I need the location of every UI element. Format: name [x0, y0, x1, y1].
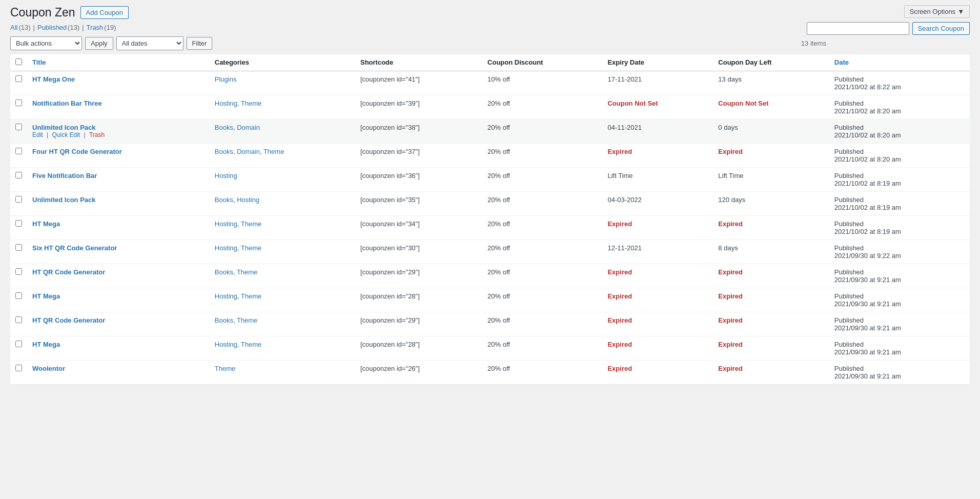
not-set-badge: Coupon Not Set	[607, 99, 658, 107]
category-link[interactable]: Hosting	[237, 196, 259, 204]
row-checkbox[interactable]	[15, 196, 22, 203]
date-sort-link[interactable]: Date	[834, 58, 849, 66]
search-coupon-input[interactable]	[807, 22, 909, 35]
category-link[interactable]: Plugins	[215, 75, 237, 83]
row-checkbox[interactable]	[15, 268, 22, 275]
row-checkbox[interactable]	[15, 244, 22, 251]
coupon-title-link[interactable]: Woolentor	[32, 365, 65, 372]
date-cell: Published2021/10/02 at 8:20 am	[829, 143, 970, 167]
date-status: Published	[834, 172, 864, 179]
expired-days-badge: Expired	[718, 365, 743, 372]
category-link[interactable]: Hosting	[215, 341, 237, 348]
coupon-title-link[interactable]: HT Mega	[32, 292, 60, 300]
discount-cell: 20% off	[482, 215, 602, 239]
category-link[interactable]: Theme	[237, 316, 257, 324]
discount-cell: 10% off	[482, 71, 602, 95]
expired-days-badge: Expired	[718, 148, 743, 155]
category-link[interactable]: Books	[215, 268, 233, 276]
date-value: 2021/10/02 at 8:20 am	[834, 155, 901, 163]
add-coupon-button[interactable]: Add Coupon	[80, 6, 129, 19]
row-checkbox[interactable]	[15, 172, 22, 178]
discount-cell: 20% off	[482, 336, 602, 360]
published-filter-link[interactable]: Published	[37, 24, 67, 31]
col-date[interactable]: Date	[829, 54, 970, 71]
all-filter-link[interactable]: All	[10, 24, 17, 31]
row-checkbox[interactable]	[15, 220, 22, 227]
category-link[interactable]: Theme	[241, 244, 261, 252]
table-row: Four HT QR Code GeneratorBooks, Domain, …	[10, 143, 970, 167]
date-status: Published	[834, 124, 864, 131]
filter-button[interactable]: Filter	[187, 37, 213, 50]
table-row: WoolentorTheme[couponzen id="26"]20% off…	[10, 360, 970, 384]
row-checkbox[interactable]	[15, 292, 22, 299]
edit-link[interactable]: Edit	[32, 131, 43, 138]
sep2: |	[82, 24, 84, 31]
title-sort-link[interactable]: Title	[32, 58, 46, 66]
trash-link[interactable]: Trash	[89, 131, 105, 138]
col-title[interactable]: Title	[27, 54, 210, 71]
day-left-cell: Expired	[713, 215, 829, 239]
bulk-actions-select[interactable]: Bulk actionsDeleteEdit	[10, 36, 82, 50]
category-link[interactable]: Theme	[241, 341, 261, 348]
row-checkbox[interactable]	[15, 365, 22, 371]
date-filter-select[interactable]: All datesOctober 2021September 2021	[116, 36, 183, 50]
discount-cell: 20% off	[482, 239, 602, 264]
coupon-title-link[interactable]: HT Mega	[32, 220, 60, 228]
screen-options-button[interactable]: Screen Options ▼	[904, 5, 970, 18]
coupon-title-link[interactable]: Four HT QR Code Generator	[32, 148, 122, 155]
category-link[interactable]: Books	[215, 196, 233, 204]
not-set-days-badge: Coupon Not Set	[718, 99, 768, 107]
category-link[interactable]: Hosting	[215, 99, 237, 107]
day-left-cell: Expired	[713, 336, 829, 360]
category-link[interactable]: Hosting	[215, 292, 237, 300]
date-value: 2021/10/02 at 8:19 am	[834, 228, 901, 235]
expiry-date-cell: Lift Time	[602, 167, 713, 191]
search-coupon-button[interactable]: Search Coupon	[912, 22, 970, 35]
row-checkbox[interactable]	[15, 99, 22, 106]
category-link[interactable]: Hosting	[215, 172, 237, 179]
category-link[interactable]: Domain	[237, 124, 260, 131]
category-link[interactable]: Hosting	[215, 220, 237, 228]
apply-button[interactable]: Apply	[85, 37, 113, 50]
coupon-title-link[interactable]: HT QR Code Generator	[32, 316, 105, 324]
category-link[interactable]: Hosting	[215, 244, 237, 252]
col-expiry-date: Expiry Date	[602, 54, 713, 71]
category-link[interactable]: Theme	[263, 148, 284, 155]
expiry-date-cell: Expired	[602, 312, 713, 336]
category-link[interactable]: Theme	[237, 268, 257, 276]
expired-days-badge: Expired	[718, 268, 743, 276]
discount-cell: 20% off	[482, 191, 602, 215]
coupon-title-link[interactable]: Unlimited Icon Pack	[32, 124, 96, 131]
category-link[interactable]: Theme	[241, 99, 261, 107]
coupon-title-link[interactable]: Five Notification Bar	[32, 172, 97, 179]
category-link[interactable]: Books	[215, 124, 233, 131]
row-checkbox[interactable]	[15, 124, 22, 130]
category-link[interactable]: Domain	[237, 148, 260, 155]
coupon-table-body: HT Mega OnePlugins[couponzen id="41"]10%…	[10, 71, 970, 384]
date-value: 2021/09/30 at 9:21 am	[834, 276, 901, 284]
row-checkbox[interactable]	[15, 316, 22, 323]
select-all-checkbox[interactable]	[15, 58, 22, 65]
expiry-date-cell: 04-03-2022	[602, 191, 713, 215]
row-checkbox[interactable]	[15, 148, 22, 154]
category-link[interactable]: Theme	[241, 292, 261, 300]
coupon-title-link[interactable]: Notification Bar Three	[32, 99, 102, 107]
row-checkbox[interactable]	[15, 341, 22, 347]
published-count: (13)	[68, 24, 79, 31]
expired-badge: Expired	[607, 341, 632, 348]
coupon-title-link[interactable]: Six HT QR Code Generator	[32, 244, 117, 252]
coupon-title-link[interactable]: HT Mega One	[32, 75, 75, 83]
coupon-title-link[interactable]: HT QR Code Generator	[32, 268, 105, 276]
category-link[interactable]: Theme	[215, 365, 235, 372]
category-link[interactable]: Books	[215, 148, 233, 155]
category-link[interactable]: Theme	[241, 220, 261, 228]
coupon-title-link[interactable]: Unlimited Icon Pack	[32, 196, 96, 204]
quick-edit-link[interactable]: Quick Edit	[52, 131, 80, 138]
col-shortcode: Shortcode	[355, 54, 482, 71]
trash-filter-link[interactable]: Trash	[87, 24, 104, 31]
discount-cell: 20% off	[482, 264, 602, 288]
row-checkbox[interactable]	[15, 75, 22, 82]
coupon-title-link[interactable]: HT Mega	[32, 341, 60, 348]
category-link[interactable]: Books	[215, 316, 233, 324]
shortcode-cell: [couponzen id="34"]	[355, 215, 482, 239]
